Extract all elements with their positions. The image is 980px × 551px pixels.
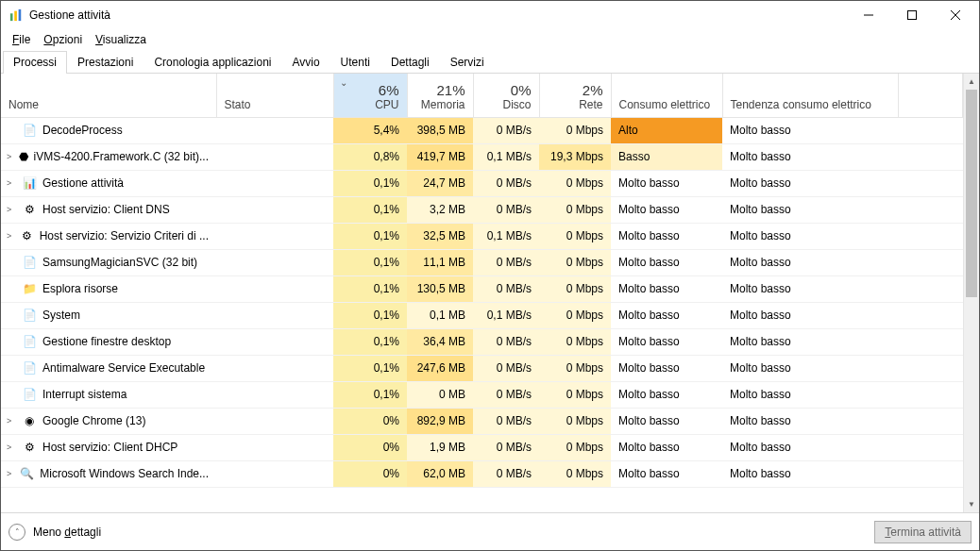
titlebar[interactable]: Gestione attività <box>1 1 979 29</box>
tab-services[interactable]: Servizi <box>440 51 495 74</box>
power-cell: Molto basso <box>611 408 722 434</box>
col-power[interactable]: Consumo elettrico <box>611 74 722 117</box>
table-row[interactable]: 📄Interrupt sistema0,1%0 MB0 MB/s0 MbpsMo… <box>1 381 963 408</box>
cpu-cell: 0,1% <box>333 355 407 381</box>
svg-rect-0 <box>10 13 13 21</box>
disk-cell: 0 MB/s <box>473 434 539 460</box>
chevron-up-icon: ˄ <box>8 524 25 541</box>
power-cell: Molto basso <box>611 434 722 460</box>
col-disk[interactable]: 0%Disco <box>473 74 539 117</box>
menu-view[interactable]: Visualizza <box>90 31 152 48</box>
cpu-cell: 0% <box>333 408 407 434</box>
process-icon: 📊 <box>22 175 37 191</box>
table-row[interactable]: 📄DecodeProcess5,4%398,5 MB0 MB/s0 MbpsAl… <box>1 117 963 143</box>
disk-cell: 0 MB/s <box>473 381 539 408</box>
menu-file[interactable]: File <box>7 31 36 48</box>
scrollbar-thumb[interactable] <box>966 90 977 297</box>
power-cell: Basso <box>611 143 722 170</box>
power-cell: Molto basso <box>611 170 722 196</box>
process-icon: 📄 <box>22 387 37 402</box>
process-name: SamsungMagicianSVC (32 bit) <box>42 256 197 269</box>
network-cell: 0 Mbps <box>539 223 611 249</box>
cpu-cell: 0,1% <box>333 249 407 276</box>
power-trend-cell: Molto basso <box>722 249 898 276</box>
process-name: Esplora risorse <box>42 282 118 295</box>
process-name-cell: 📄DecodeProcess <box>1 117 216 143</box>
cpu-cell: 0,1% <box>333 302 407 328</box>
fewer-details-button[interactable]: ˄ Meno dettagli <box>8 524 101 541</box>
state-cell <box>216 196 333 223</box>
expand-icon[interactable]: > <box>7 178 16 188</box>
tab-details[interactable]: Dettagli <box>380 51 440 74</box>
disk-cell: 0 MB/s <box>473 117 539 143</box>
disk-cell: 0,1 MB/s <box>473 143 539 170</box>
process-name-cell: 📄Gestione finestre desktop <box>1 328 216 355</box>
table-row[interactable]: >◉Google Chrome (13)0%892,9 MB0 MB/s0 Mb… <box>1 408 963 434</box>
tab-app-history[interactable]: Cronologia applicazioni <box>144 51 281 74</box>
table-row[interactable]: 📄Antimalware Service Executable0,1%247,6… <box>1 355 963 381</box>
expand-icon[interactable]: > <box>7 416 16 426</box>
end-task-button[interactable]: Termina attività <box>874 521 972 543</box>
col-network[interactable]: 2%Rete <box>539 74 611 117</box>
expand-icon[interactable]: > <box>7 442 16 452</box>
memory-cell: 32,5 MB <box>407 223 473 249</box>
memory-cell: 398,5 MB <box>407 117 473 143</box>
disk-cell: 0 MB/s <box>473 170 539 196</box>
process-name: Host servizio: Servizio Criteri di ... <box>40 229 209 242</box>
process-name-cell: 📄System <box>1 302 216 328</box>
cpu-cell: 0,1% <box>333 381 407 408</box>
table-row[interactable]: >📊Gestione attività0,1%24,7 MB0 MB/s0 Mb… <box>1 170 963 196</box>
maximize-button[interactable] <box>890 1 934 29</box>
network-cell: 0 Mbps <box>539 328 611 355</box>
tab-performance[interactable]: Prestazioni <box>67 51 144 74</box>
vertical-scrollbar[interactable]: ▲ ▼ <box>963 74 979 512</box>
col-memory[interactable]: 21%Memoria <box>407 74 473 117</box>
table-row[interactable]: >⚙Host servizio: Client DHCP0%1,9 MB0 MB… <box>1 434 963 460</box>
table-row[interactable]: >⚙Host servizio: Client DNS0,1%3,2 MB0 M… <box>1 196 963 223</box>
process-name: Microsoft Windows Search Inde... <box>40 467 209 480</box>
cpu-cell: 5,4% <box>333 117 407 143</box>
expand-icon[interactable]: > <box>7 231 15 241</box>
tab-processes[interactable]: Processi <box>3 51 67 74</box>
close-button[interactable] <box>934 1 977 29</box>
disk-cell: 0 MB/s <box>473 408 539 434</box>
col-name[interactable]: Nome <box>1 74 216 117</box>
state-cell <box>216 328 333 355</box>
memory-cell: 36,4 MB <box>407 328 473 355</box>
network-cell: 0 Mbps <box>539 460 611 487</box>
table-row[interactable]: 📁Esplora risorse0,1%130,5 MB0 MB/s0 Mbps… <box>1 276 963 302</box>
col-power-trend[interactable]: Tendenza consumo elettrico <box>722 74 898 117</box>
network-cell: 0 Mbps <box>539 196 611 223</box>
state-cell <box>216 381 333 408</box>
table-row[interactable]: >⬣iVMS-4200.Framework.C (32 bit)...0,8%4… <box>1 143 963 170</box>
col-cpu[interactable]: ⌄6%CPU <box>333 74 407 117</box>
process-name-cell: >📊Gestione attività <box>1 170 216 196</box>
table-row[interactable]: >⚙Host servizio: Servizio Criteri di ...… <box>1 223 963 249</box>
network-cell: 19,3 Mbps <box>539 143 611 170</box>
power-trend-cell: Molto basso <box>722 381 898 408</box>
expand-icon[interactable]: > <box>7 205 16 214</box>
expand-icon[interactable]: > <box>7 469 14 478</box>
table-row[interactable]: 📄System0,1%0,1 MB0,1 MB/s0 MbpsMolto bas… <box>1 302 963 328</box>
process-name-cell: >⬣iVMS-4200.Framework.C (32 bit)... <box>1 143 216 170</box>
power-trend-cell: Molto basso <box>722 434 898 460</box>
footer: ˄ Meno dettagli Termina attività <box>1 512 979 550</box>
disk-cell: 0,1 MB/s <box>473 223 539 249</box>
col-state[interactable]: Stato <box>216 74 333 117</box>
process-icon: 📄 <box>22 255 37 270</box>
process-icon: 📄 <box>22 334 37 349</box>
memory-cell: 130,5 MB <box>407 276 473 302</box>
scroll-up-icon[interactable]: ▲ <box>964 74 979 90</box>
scroll-down-icon[interactable]: ▼ <box>964 496 979 512</box>
menu-options[interactable]: Opzioni <box>38 31 88 48</box>
table-row[interactable]: 📄SamsungMagicianSVC (32 bit)0,1%11,1 MB0… <box>1 249 963 276</box>
expand-icon[interactable]: > <box>7 152 12 161</box>
power-cell: Molto basso <box>611 223 722 249</box>
minimize-button[interactable] <box>847 1 890 29</box>
disk-cell: 0 MB/s <box>473 249 539 276</box>
process-name: Antimalware Service Executable <box>42 361 205 375</box>
table-row[interactable]: >🔍Microsoft Windows Search Inde...0%62,0… <box>1 460 963 487</box>
tab-startup[interactable]: Avvio <box>281 51 329 74</box>
tab-users[interactable]: Utenti <box>330 51 380 74</box>
table-row[interactable]: 📄Gestione finestre desktop0,1%36,4 MB0 M… <box>1 328 963 355</box>
